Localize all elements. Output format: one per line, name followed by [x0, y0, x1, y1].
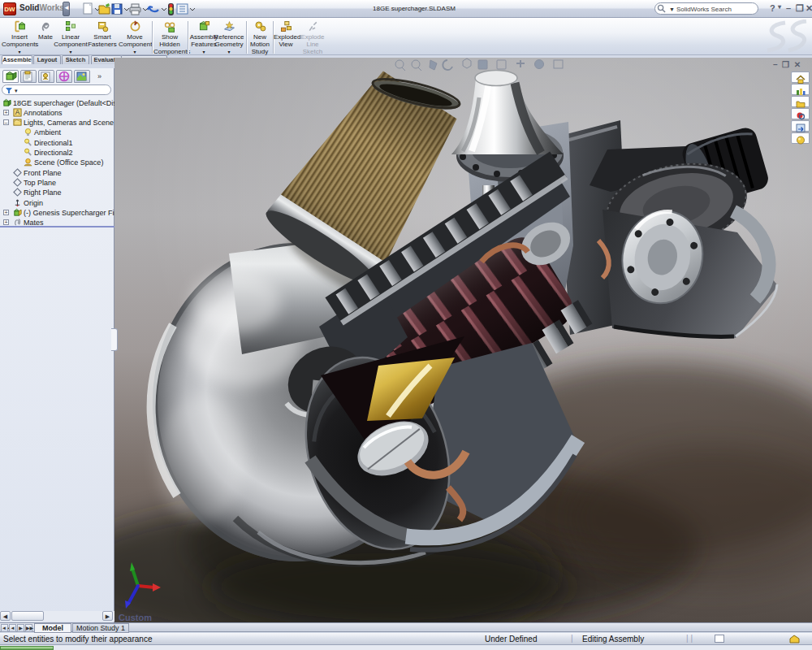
- svg-text:A: A: [15, 109, 20, 116]
- svg-text:Custom: Custom: [119, 613, 152, 622]
